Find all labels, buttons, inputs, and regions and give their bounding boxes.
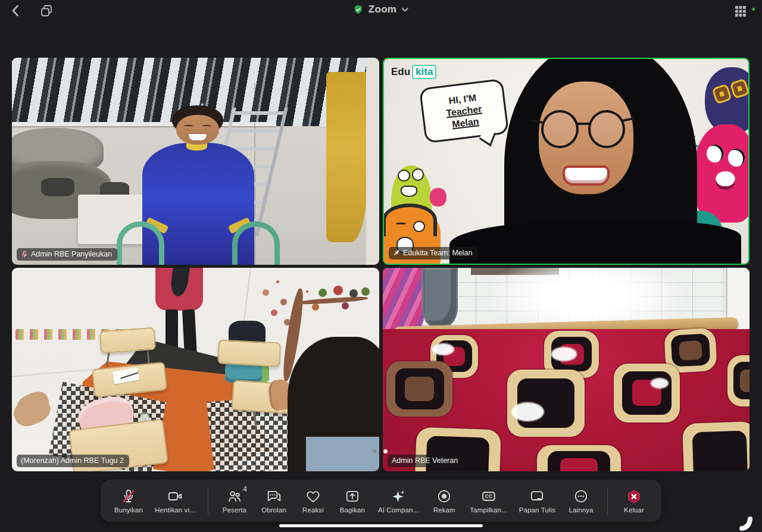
scene-shape — [682, 421, 749, 471]
status-green-dot — [752, 8, 755, 11]
page-dot[interactable] — [373, 449, 377, 453]
leave-x-icon — [626, 489, 642, 504]
back-button[interactable] — [8, 3, 23, 18]
participant-name-pill: Admin RBE Veteran — [388, 455, 463, 467]
video-scene-panyileukan — [12, 58, 379, 265]
scene-shape — [188, 133, 207, 141]
scene-shape — [560, 458, 598, 471]
scene-shape — [707, 145, 723, 162]
scene-shape — [421, 268, 458, 327]
scene-shape — [405, 377, 434, 401]
video-tile-panyileukan[interactable]: Admin RBE Panyileukan — [12, 58, 379, 265]
scene-shape — [576, 123, 589, 125]
heart-icon — [305, 489, 321, 504]
top-bar-left — [8, 2, 55, 19]
participants-count-badge: 4 — [243, 485, 247, 493]
scene-shape — [692, 430, 748, 471]
edukita-logo-edu: Edu — [391, 66, 410, 78]
toolbar-button-more[interactable]: Lainnya — [562, 485, 600, 517]
scene-shape — [306, 437, 379, 471]
top-bar: Zoom — [0, 0, 762, 20]
ai-sparkle-icon — [391, 489, 406, 504]
toolbar-button-label: Reaksi — [302, 506, 324, 514]
home-indicator[interactable] — [279, 524, 483, 528]
toolbar-button-stop-video[interactable]: Hentikan vi... — [149, 485, 201, 517]
gallery-view-button[interactable] — [733, 4, 748, 19]
scene-shape — [548, 451, 610, 471]
chevron-down-icon — [401, 7, 409, 12]
scene-shape — [614, 364, 680, 423]
scene-shape — [703, 441, 736, 471]
participant-name: Admin RBE Panyileukan — [31, 250, 112, 258]
yellow-curtain — [326, 72, 368, 242]
share-arrow-icon — [345, 489, 360, 504]
svg-text:CC: CC — [485, 493, 492, 499]
page-dot-current[interactable] — [383, 449, 388, 453]
video-tile-veteran[interactable]: Admin RBE Veteran — [383, 268, 749, 471]
scene-shape — [432, 343, 454, 356]
glasses — [541, 110, 578, 148]
toolbar-button-label: Tampilkan... — [470, 506, 507, 514]
meeting-toolbar: BunyikanHentikan vi...4PesertaObrolanRea… — [101, 480, 661, 522]
toolbar-button-leave[interactable]: Keluar — [615, 485, 653, 517]
video-tile-melan[interactable]: HI, I'M Teacher Melan Edu kita Edukita T… — [383, 58, 749, 265]
scene-shape — [276, 280, 279, 283]
chevron-left-icon — [10, 4, 21, 17]
scene-shape — [511, 402, 544, 421]
shield-check-icon — [353, 4, 364, 15]
video-scene-melan: HI, I'M Teacher Melan Edu kita — [384, 59, 748, 264]
scene-shape — [449, 221, 741, 265]
scene-shape — [537, 445, 622, 471]
scene-shape — [383, 204, 437, 236]
multitask-button[interactable] — [38, 2, 55, 19]
scene-shape — [386, 361, 452, 416]
scene-shape — [671, 333, 711, 367]
toolbar-divider — [607, 487, 608, 515]
scene-shape — [573, 191, 599, 195]
swoosh-decoration — [739, 513, 760, 531]
toolbar-button-label: Keluar — [624, 506, 644, 514]
video-scene-tugu — [12, 268, 379, 471]
speech-bubble: HI, I'M Teacher Melan — [419, 79, 509, 143]
muted-mic-icon — [21, 251, 28, 258]
scene-shape — [622, 371, 671, 415]
glasses — [588, 110, 625, 148]
toolbar-button-label: AI Compan... — [378, 506, 419, 514]
chat-bubble-icon — [266, 489, 282, 504]
scene-shape — [728, 149, 745, 166]
participants-icon: 4 — [227, 489, 242, 504]
lap-desk — [217, 339, 281, 367]
scene-shape — [430, 188, 446, 206]
toolbar-button-label: Papan Tulis — [519, 506, 555, 514]
toolbar-button-ai-companion[interactable]: AI Compan... — [373, 485, 424, 517]
toolbar-button-whiteboard[interactable]: Papan Tulis — [514, 485, 561, 517]
green-chair-arm — [232, 221, 280, 265]
toolbar-button-chat[interactable]: Obrolan — [255, 485, 293, 517]
video-grid: Admin RBE Panyileukan — [12, 58, 749, 473]
edukita-logo: Edu kita — [391, 65, 436, 79]
ellipsis-icon — [573, 489, 589, 504]
toolbar-button-unmute[interactable]: Bunyikan — [109, 485, 148, 517]
meeting-title-dropdown[interactable]: Zoom — [352, 2, 410, 17]
toolbar-button-reactions[interactable]: Reaksi — [294, 485, 332, 517]
pin-icon — [393, 249, 400, 256]
record-icon — [436, 489, 452, 504]
toolbar-button-record[interactable]: Rekam — [425, 485, 463, 517]
participant-name-pill: (Morenzah) Admin RBE Tugu 2 — [17, 455, 129, 467]
page-dots — [373, 449, 388, 453]
zoom-app-window: Zoom — [0, 0, 762, 532]
video-scene-veteran — [383, 268, 749, 471]
toolbar-divider — [208, 487, 208, 515]
scene-shape — [413, 221, 425, 232]
lap-desk — [99, 327, 156, 353]
toolbar-button-participants[interactable]: 4Peserta — [216, 485, 254, 517]
scene-shape — [679, 340, 702, 361]
scene-shape — [733, 362, 749, 399]
video-tile-tugu[interactable]: (Morenzah) Admin RBE Tugu 2 — [12, 268, 379, 471]
grid-icon — [734, 5, 747, 18]
toolbar-button-label: Obrolan — [261, 506, 286, 514]
toolbar-button-share[interactable]: Bagikan — [333, 485, 371, 517]
toolbar-button-captions[interactable]: CCTampilkan... — [464, 485, 513, 517]
scene-shape — [412, 168, 424, 181]
scene-shape — [740, 370, 749, 392]
